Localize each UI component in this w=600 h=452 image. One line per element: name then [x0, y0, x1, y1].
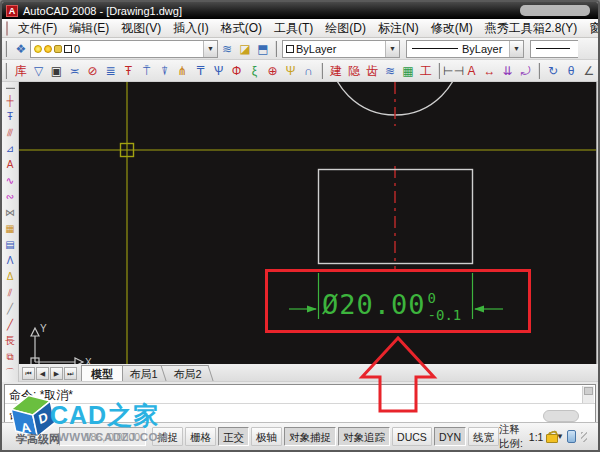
- dimension-tool-button[interactable]: ⇊: [499, 62, 517, 80]
- draw-tool-button[interactable]: ▦: [3, 221, 18, 237]
- draw-tool-button[interactable]: A: [3, 157, 18, 173]
- mold-tool-button[interactable]: ₸: [192, 62, 210, 80]
- status-toggle-button[interactable]: 捕捉: [152, 427, 183, 446]
- lock-icon[interactable]: [546, 431, 553, 443]
- command-scrollbar[interactable]: [582, 386, 594, 403]
- menu-item[interactable]: 窗口(W): [583, 19, 600, 38]
- draw-tool-button[interactable]: ⋈: [3, 205, 18, 221]
- layer-tool-button[interactable]: ⬒: [254, 40, 272, 58]
- tab-nav-button[interactable]: ▶: [50, 367, 63, 380]
- draw-tool-button[interactable]: Ŧ: [3, 109, 18, 125]
- draw-tool-button[interactable]: ∿: [3, 173, 18, 189]
- draw-tool-button[interactable]: ╱: [3, 301, 18, 317]
- mold-tool-button[interactable]: Ѱ: [210, 62, 228, 80]
- draw-tool-button[interactable]: Λ: [3, 253, 18, 269]
- layout-tab[interactable]: 布局2: [161, 365, 214, 381]
- coordinate-display[interactable]: 186, 0.0000: [59, 427, 146, 446]
- menu-item[interactable]: 插入(I): [167, 19, 214, 38]
- tab-nav-button[interactable]: ⏭: [64, 367, 77, 380]
- menu-item[interactable]: 燕秀工具箱2.8(Y): [479, 19, 584, 38]
- menu-item[interactable]: 编辑(E): [63, 19, 115, 38]
- toolbar-grip[interactable]: [438, 63, 442, 79]
- mold-tool-button[interactable]: ⍑: [138, 62, 156, 80]
- dimension-tool-button[interactable]: ⊢⊣: [445, 62, 463, 80]
- mold-tool-button[interactable]: ▣: [48, 62, 66, 80]
- draw-tool-button[interactable]: ⌒: [3, 365, 18, 381]
- menu-browser-icon[interactable]: [6, 21, 8, 36]
- status-toggle-button[interactable]: DYN: [434, 427, 466, 446]
- draw-tool-button[interactable]: 長: [3, 333, 18, 349]
- layout-tab[interactable]: 模型: [81, 365, 123, 381]
- mold-tool-button[interactable]: ≍: [66, 62, 84, 80]
- toolbar-grip[interactable]: [275, 41, 279, 57]
- dimension-tool-button[interactable]: ↔: [481, 62, 499, 80]
- layer-properties-manager-button[interactable]: ❖: [12, 40, 30, 58]
- menu-item[interactable]: 绘图(D): [319, 19, 372, 38]
- modify-tool-button[interactable]: ↻: [544, 62, 562, 80]
- modify-tool-button[interactable]: θ: [562, 62, 580, 80]
- status-toggle-button[interactable]: 栅格: [185, 427, 216, 446]
- draw-tool-button[interactable]: ⊿: [3, 141, 18, 157]
- menu-item[interactable]: 文件(F): [12, 19, 63, 38]
- build-tool-button[interactable]: ▦: [399, 62, 417, 80]
- draw-tool-button[interactable]: Δ: [3, 269, 18, 285]
- tab-nav-button[interactable]: ◀: [36, 367, 49, 380]
- lineweight-control-dropdown[interactable]: [530, 40, 578, 58]
- mold-tool-button[interactable]: ξ: [246, 62, 264, 80]
- mold-tool-button[interactable]: ⋔: [174, 62, 192, 80]
- mold-tool-button[interactable]: ⊘: [84, 62, 102, 80]
- status-toggle-button[interactable]: 极轴: [251, 427, 282, 446]
- menu-item[interactable]: 视图(V): [115, 19, 167, 38]
- layer-tool-button[interactable]: ≋: [218, 40, 236, 58]
- mold-tool-button[interactable]: ≣: [102, 62, 120, 80]
- build-tool-button[interactable]: 工: [417, 62, 435, 80]
- menu-item[interactable]: 工具(T): [268, 19, 319, 38]
- annotation-scale-value[interactable]: 1:1: [529, 431, 544, 443]
- linetype-control-dropdown[interactable]: ByLayer ▼: [406, 40, 524, 58]
- tab-nav-button[interactable]: ⏮: [22, 367, 35, 380]
- draw-tool-button[interactable]: ⧉: [3, 349, 18, 365]
- draw-tool-button[interactable]: ∾: [3, 189, 18, 205]
- build-tool-button[interactable]: 隐: [345, 62, 363, 80]
- menu-item[interactable]: 格式(O): [215, 19, 268, 38]
- mold-tool-button[interactable]: Ψ: [282, 62, 300, 80]
- color-control-dropdown[interactable]: ByLayer ▼: [282, 40, 400, 58]
- toolbar-grip[interactable]: [6, 87, 15, 90]
- menu-item[interactable]: 标注(N): [372, 19, 425, 38]
- status-toggle-button[interactable]: 对象追踪: [338, 427, 390, 446]
- draw-tool-button[interactable]: ▤: [3, 237, 18, 253]
- draw-tool-button[interactable]: ⫽: [3, 285, 18, 301]
- chevron-down-icon[interactable]: ▼: [509, 41, 523, 57]
- toolbar-grip[interactable]: [5, 63, 9, 79]
- mold-tool-button[interactable]: Φ: [228, 62, 246, 80]
- dimension-tool-button[interactable]: A: [463, 62, 481, 80]
- toolbar-grip[interactable]: [5, 41, 9, 57]
- mold-tool-button[interactable]: ⊕: [264, 62, 282, 80]
- mold-tool-button[interactable]: 库: [12, 62, 30, 80]
- layer-dropdown[interactable]: 0 ▼: [30, 40, 218, 58]
- resize-grip[interactable]: [581, 432, 587, 442]
- mold-tool-button[interactable]: ⍒: [156, 62, 174, 80]
- drawing-canvas[interactable]: X Y Ø20.00 0 -0.1: [19, 82, 596, 364]
- draw-tool-button[interactable]: ⫻: [3, 125, 18, 141]
- status-toggle-button[interactable]: 正交: [218, 427, 249, 446]
- mold-tool-button[interactable]: Ŧ: [120, 62, 138, 80]
- layer-tool-button[interactable]: ◪: [236, 40, 254, 58]
- build-tool-button[interactable]: 建: [327, 62, 345, 80]
- annotation-visibility-icon[interactable]: [567, 430, 576, 443]
- mold-tool-button[interactable]: ∩: [300, 62, 318, 80]
- dimension-tool-button[interactable]: ⤾: [517, 62, 535, 80]
- draw-tool-button[interactable]: ┼: [3, 93, 18, 109]
- toolbar-grip[interactable]: [321, 63, 325, 79]
- mold-tool-button[interactable]: ▽: [30, 62, 48, 80]
- chevron-down-icon[interactable]: ▼: [203, 41, 217, 57]
- build-tool-button[interactable]: 齿: [363, 62, 381, 80]
- modify-tool-button[interactable]: ∠: [580, 62, 598, 80]
- scrollbar-thumb[interactable]: [584, 387, 593, 395]
- status-toggle-button[interactable]: DUCS: [392, 427, 432, 446]
- menu-item[interactable]: 修改(M): [425, 19, 479, 38]
- chevron-down-icon[interactable]: ▼: [385, 41, 399, 57]
- draw-tool-button[interactable]: ╱: [3, 317, 18, 333]
- command-window[interactable]: 命令: *取消* 命令:: [4, 384, 596, 426]
- build-tool-button[interactable]: ≋: [381, 62, 399, 80]
